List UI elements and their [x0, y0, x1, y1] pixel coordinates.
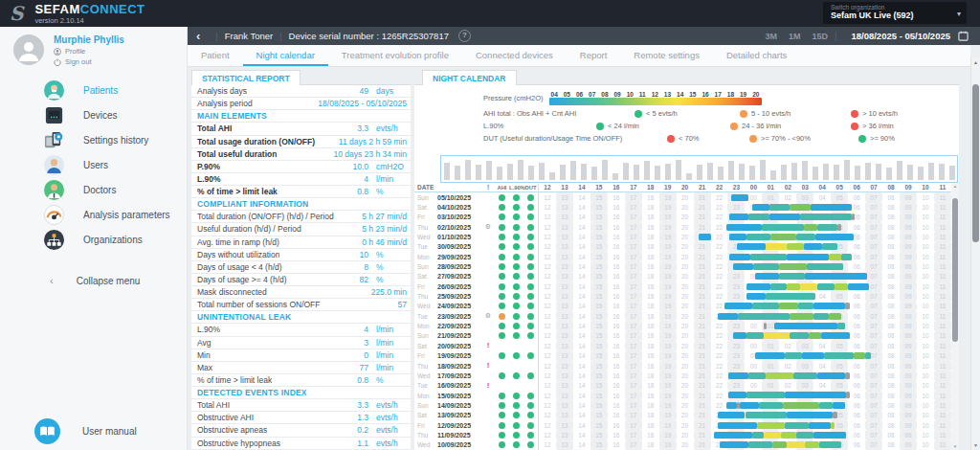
- ahi-dot-cell: [495, 263, 509, 270]
- calendar-scrollbar[interactable]: ▲ ▼: [951, 183, 959, 450]
- hour-cell: 17: [625, 192, 642, 202]
- calendar-row[interactable]: Mon22/09/2025121314151617181920212223000…: [414, 321, 951, 330]
- ahi-dot-cell: [495, 313, 509, 320]
- hour-cell: 15: [590, 400, 608, 410]
- overview-brush[interactable]: [440, 155, 958, 183]
- stat-section-label: DETECTED EVENTS INDEX: [197, 388, 307, 397]
- sidebar-item-analysis-parameters[interactable]: Analysis parameters: [0, 202, 187, 227]
- ahi-dot-cell: [495, 432, 509, 439]
- stat-row: L.90%4l/min: [191, 324, 411, 336]
- row-day-of-week: Fri: [414, 352, 437, 359]
- calendar-row[interactable]: Sun05/10/2025121314151617181920212223000…: [414, 192, 951, 202]
- sidebar-item-settings-history[interactable]: Settings history: [0, 127, 187, 152]
- calendar-row[interactable]: Wed17/09/2025121314151617181920212223000…: [414, 371, 951, 380]
- hour-cell: 18: [642, 232, 659, 241]
- hour-cell: 13: [556, 361, 573, 371]
- hour-cell: 15: [590, 411, 608, 420]
- calendar-row[interactable]: Sun28/09/2025121314151617181920212223000…: [414, 261, 951, 271]
- hour-cell: 21: [694, 331, 711, 341]
- collapse-menu-button[interactable]: ‹ Collapse menu: [0, 275, 187, 286]
- row-date: 15/09/2025: [437, 393, 481, 399]
- calendar-row[interactable]: Mon15/09/2025121314151617181920212223000…: [414, 391, 951, 400]
- user-manual-button[interactable]: User manual: [34, 418, 137, 444]
- calendar-row[interactable]: Wed24/09/2025121314151617181920212223000…: [414, 302, 951, 311]
- hour-cell: 18: [642, 291, 659, 301]
- calendar-row[interactable]: Sat27/09/2025121314151617181920212223000…: [414, 272, 951, 281]
- profile-link[interactable]: Profile: [54, 47, 124, 56]
- calendar-row[interactable]: Fri03/10/2025121314151617181920212223000…: [414, 213, 951, 222]
- sidebar-item-users[interactable]: Users: [0, 152, 187, 177]
- calendar-icon[interactable]: [958, 31, 969, 41]
- sidebar-item-patients[interactable]: Patients: [0, 78, 187, 102]
- back-button[interactable]: ‹: [196, 29, 200, 44]
- hour-header: 03: [796, 184, 813, 191]
- sidebar-item-organizations[interactable]: Organizations: [0, 227, 187, 252]
- page-scrollbar-thumb[interactable]: [972, 84, 979, 242]
- calendar-row[interactable]: Fri12/09/2025121314151617181920212223000…: [414, 420, 951, 430]
- scroll-up-icon[interactable]: ▲: [971, 59, 980, 65]
- switch-organization-dropdown[interactable]: Switch organization Sefam UK Live (592) …: [823, 2, 967, 24]
- scroll-up-icon[interactable]: ▲: [951, 184, 959, 189]
- calendar-row[interactable]: Thu25/09/2025121314151617181920212223000…: [414, 291, 951, 301]
- hour-cell: 06: [848, 371, 865, 380]
- range-1m-button[interactable]: 1M: [789, 32, 801, 41]
- calendar-row[interactable]: Thu02/10/2025⚙12131415161718192021222300…: [414, 222, 951, 232]
- calendar-row[interactable]: Mon29/09/2025121314151617181920212223000…: [414, 252, 951, 261]
- calendar-row[interactable]: Tue23/09/2025⚙12131415161718192021222300…: [414, 311, 951, 321]
- column-header-alert: !: [481, 184, 495, 191]
- calendar-row[interactable]: Sun21/09/2025121314151617181920212223000…: [414, 331, 951, 341]
- calendar-scrollbar-thumb[interactable]: [952, 198, 958, 342]
- calendar-row[interactable]: Tue30/09/2025121314151617181920212223000…: [414, 242, 951, 252]
- tab-treatment-evolution-profile[interactable]: Treatment evolution profile: [328, 45, 462, 66]
- pressure-scale: 0405060708091011121314151617181920: [549, 91, 762, 105]
- legend-pressure-row: Pressure (cmH2O) 04050607080910111213141…: [483, 88, 943, 107]
- calendar-row[interactable]: Sat04/10/2025121314151617181920212223000…: [414, 202, 951, 212]
- calendar-row[interactable]: Fri19/09/2025121314151617181920212223000…: [414, 351, 951, 361]
- hour-cell: 13: [556, 213, 573, 222]
- stat-section-label: COMPLIANT INFORMATION: [197, 199, 308, 209]
- hour-cell: 14: [573, 351, 590, 361]
- hour-cell: 12: [539, 331, 556, 341]
- brand-connect: CONNECT: [80, 2, 145, 16]
- usage-bar-segment: [769, 214, 800, 220]
- tab-connected-devices[interactable]: Connected devices: [462, 45, 567, 66]
- page-scrollbar[interactable]: ▲ ▼: [970, 57, 980, 450]
- calendar-row[interactable]: Tue16/09/2025!12131415161718192021222300…: [414, 381, 951, 391]
- tab-remote-settings[interactable]: Remote settings: [620, 45, 713, 66]
- stat-row-value: 10: [360, 250, 368, 259]
- hour-cell: 19: [659, 202, 677, 212]
- tab-detailed-charts[interactable]: Detailed charts: [713, 45, 800, 66]
- tab-patient[interactable]: Patient: [188, 45, 243, 66]
- calendar-row[interactable]: Thu11/09/2025121314151617181920212223000…: [414, 430, 951, 439]
- stat-row-value: 18/08/2025 - 05/10/2025: [318, 99, 407, 108]
- status-dot-icon: [527, 332, 534, 339]
- calendar-row[interactable]: Sun14/09/2025121314151617181920212223000…: [414, 400, 951, 410]
- tab-report[interactable]: Report: [567, 45, 621, 66]
- scroll-down-icon[interactable]: ▼: [971, 442, 980, 448]
- calendar-row[interactable]: Wed01/10/2025121314151617181920212223000…: [414, 232, 951, 241]
- calendar-row[interactable]: Sat13/09/2025121314151617181920212223000…: [414, 411, 951, 420]
- stat-row-label: Analysis days: [197, 86, 247, 96]
- calendar-row[interactable]: Fri26/09/2025121314151617181920212223000…: [414, 281, 951, 291]
- stat-row-label: % of time > limit leak: [197, 187, 278, 196]
- hour-cell: 04: [813, 291, 831, 301]
- scroll-down-icon[interactable]: ▼: [951, 444, 959, 449]
- range-15d-button[interactable]: 15D: [813, 32, 829, 41]
- hour-cell: 20: [677, 391, 694, 400]
- status-dot-icon: [513, 214, 520, 220]
- range-3m-button[interactable]: 3M: [766, 32, 778, 41]
- sidebar-item-devices[interactable]: Devices: [0, 102, 187, 127]
- sidebar-item-doctors[interactable]: Doctors: [0, 177, 187, 202]
- help-icon[interactable]: ?: [458, 30, 471, 42]
- calendar-row[interactable]: Thu18/09/2025!12131415161718192021222300…: [414, 361, 951, 371]
- row-usage-timeline: 1213141516171819202122230001020304050607…: [538, 213, 951, 222]
- tab-night-calendar[interactable]: Night calendar: [243, 45, 328, 66]
- hour-cell: 19: [659, 291, 677, 301]
- calendar-row[interactable]: Wed10/09/2025121314151617181920212223000…: [414, 440, 951, 450]
- hour-cell: 21: [694, 281, 711, 291]
- stat-row-label: Mask disconnected: [197, 287, 267, 297]
- user-name[interactable]: Murphie Phyllis: [54, 34, 124, 45]
- date-range[interactable]: 18/08/2025 - 05/10/2025: [851, 31, 950, 41]
- calendar-row[interactable]: Sat20/09/2025!12131415161718192021222300…: [414, 341, 951, 350]
- signout-link[interactable]: Sign out: [54, 57, 124, 66]
